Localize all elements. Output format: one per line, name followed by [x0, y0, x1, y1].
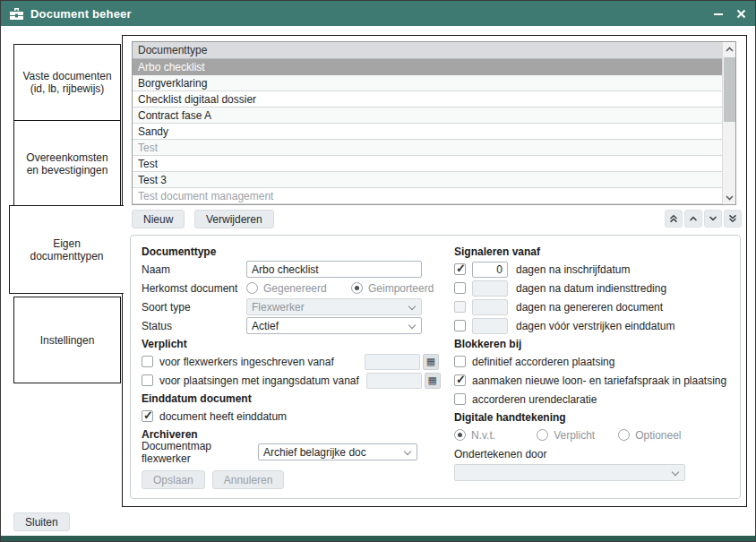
- documentmap-value: Archief belagrijke doc: [263, 446, 366, 459]
- ondertekenen-label-row: Ondertekenen door: [454, 444, 734, 463]
- list-scrollbar[interactable]: [722, 42, 735, 204]
- dagen-input[interactable]: [472, 280, 508, 297]
- tab-eigen-documenttypen[interactable]: Eigen documenttypen: [9, 205, 124, 294]
- einddatum-checkbox[interactable]: [142, 410, 153, 422]
- chevron-down-icon: [408, 322, 416, 329]
- dagen-input[interactable]: [472, 318, 508, 334]
- status-row: Status Actief: [142, 316, 439, 335]
- verplicht-plaatsingen-row: voor plaatsingen met ingangsdatum vanaf …: [142, 371, 439, 390]
- blokkeren-checkbox[interactable]: [454, 393, 466, 405]
- blokkeren-checkbox[interactable]: [454, 374, 466, 386]
- dagen-input[interactable]: [472, 262, 508, 278]
- tab-overeenkomsten[interactable]: Overeenkomsten en bevestigingen: [13, 120, 121, 208]
- document-beheer-window: Document beheer Vaste documenten (id, lb…: [0, 0, 756, 542]
- list-item[interactable]: Test 3: [133, 172, 735, 188]
- documenttype-list: Documenttype Arbo checklist Borgverklari…: [132, 41, 736, 205]
- handtekening-option-verplicht[interactable]: Verplicht: [537, 429, 595, 442]
- tab-label: Vaste documenten (id, lb, rijbewijs): [20, 70, 115, 95]
- signaleren-checkbox[interactable]: [454, 320, 466, 331]
- move-down-button[interactable]: [704, 210, 722, 228]
- tab-label: Overeenkomsten en bevestigingen: [20, 151, 115, 176]
- blokkeren-checkbox[interactable]: [454, 356, 466, 367]
- list-item[interactable]: Sandy: [133, 124, 735, 140]
- herkomst-option-gegenereerd[interactable]: Gegenereerd: [246, 282, 339, 295]
- cancel-button[interactable]: Annuleren: [212, 470, 285, 489]
- scroll-down-icon[interactable]: [723, 191, 736, 204]
- documentmap-row: Documentmap flexwerker Archief belagrijk…: [142, 443, 439, 461]
- tab-instellingen[interactable]: Instellingen: [13, 297, 121, 383]
- list-item[interactable]: Borgverklaring: [133, 75, 735, 91]
- tab-label: Eigen documenttypen: [15, 237, 118, 262]
- row-label: dagen vóór verstrijken einddatum: [516, 320, 674, 332]
- double-chevron-down-icon: [728, 214, 737, 223]
- blokkeren-plaatsing-row: definitief accorderen plaatsing: [454, 352, 734, 371]
- radio-gegenereerd[interactable]: [246, 282, 258, 294]
- checkbox-label: definitief accorderen plaatsing: [472, 356, 614, 368]
- checkbox-label: aanmaken nieuwe loon- en tariefafspraak …: [472, 374, 726, 387]
- double-chevron-up-icon: [669, 214, 678, 223]
- calendar-picker-button[interactable]: ▦: [423, 354, 439, 370]
- naam-input[interactable]: [246, 261, 422, 278]
- radio-nvt[interactable]: [454, 429, 466, 441]
- radio-geimporteerd[interactable]: [351, 282, 363, 294]
- section-handtekening: Digitale handtekening: [454, 409, 734, 426]
- calendar-icon: ▦: [426, 356, 435, 367]
- list-item[interactable]: Test: [133, 140, 735, 156]
- section-signaleren: Signaleren vanaf: [454, 243, 734, 260]
- list-item[interactable]: Test: [133, 156, 735, 172]
- calendar-picker-button[interactable]: ▦: [425, 373, 441, 389]
- naam-row: Naam: [142, 260, 439, 279]
- list-item[interactable]: Arbo checklist: [133, 59, 735, 75]
- signaleren-checkbox[interactable]: [454, 301, 466, 313]
- radio-optioneel[interactable]: [618, 429, 630, 441]
- documentmap-label: Documentmap flexwerker: [142, 440, 258, 465]
- signaleren-checkbox[interactable]: [454, 282, 466, 294]
- radio-label: N.v.t.: [471, 429, 495, 442]
- plaatsingen-date-input[interactable]: [366, 373, 422, 389]
- scrollbar-thumb[interactable]: [724, 57, 735, 122]
- list-item[interactable]: Contract fase A: [133, 108, 735, 124]
- move-top-button[interactable]: [665, 210, 683, 228]
- verplicht-plaatsingen-checkbox[interactable]: [142, 374, 153, 386]
- status-select[interactable]: Actief: [246, 317, 422, 334]
- section-documenttype: Documenttype: [142, 243, 439, 260]
- list-column-header[interactable]: Documenttype: [133, 42, 735, 59]
- naam-label: Naam: [142, 263, 246, 276]
- section-blokkeren: Blokkeren bij: [454, 335, 734, 352]
- status-label: Status: [142, 320, 246, 332]
- save-button[interactable]: Opslaan: [142, 470, 205, 489]
- dagen-input[interactable]: [472, 299, 508, 315]
- status-value: Actief: [252, 320, 279, 332]
- close-dialog-button[interactable]: Sluiten: [13, 512, 70, 531]
- row-label: dagen na datum indiensttreding: [516, 282, 666, 295]
- handtekening-options-row: N.v.t. Verplicht Optioneel: [454, 426, 734, 444]
- new-button[interactable]: Nieuw: [132, 210, 185, 228]
- tab-vaste-documenten[interactable]: Vaste documenten (id, lb, rijbewijs): [13, 44, 121, 121]
- soort-type-label: Soort type: [142, 301, 246, 314]
- row-label: dagen na inschrijfdatum: [516, 263, 630, 276]
- move-bottom-button[interactable]: [724, 210, 742, 228]
- verplicht-flexwerkers-checkbox[interactable]: [142, 356, 153, 367]
- section-verplicht: Verplicht: [142, 335, 439, 352]
- list-item[interactable]: Checklist digitaal dossier: [133, 91, 735, 108]
- minimize-button[interactable]: [713, 8, 724, 19]
- soort-type-value: Flexwerker: [252, 301, 305, 314]
- verplicht-flexwerkers-row: voor flexwerkers ingeschreven vanaf ▦: [142, 352, 439, 371]
- herkomst-option-geimporteerd[interactable]: Geimporteerd: [351, 282, 434, 295]
- ondertekenen-label: Ondertekenen door: [454, 448, 546, 460]
- close-button[interactable]: [736, 9, 746, 19]
- handtekening-option-nvt[interactable]: N.v.t.: [454, 429, 495, 442]
- soort-type-select[interactable]: Flexwerker: [246, 298, 422, 315]
- documentmap-select[interactable]: Archief belagrijke doc: [258, 443, 417, 460]
- delete-button[interactable]: Verwijderen: [194, 210, 274, 228]
- move-up-button[interactable]: [684, 210, 702, 228]
- signaleren-checkbox[interactable]: [454, 263, 466, 275]
- radio-verplicht[interactable]: [537, 429, 548, 441]
- flexwerkers-date-input[interactable]: [365, 354, 420, 370]
- ondertekenen-select[interactable]: [454, 464, 685, 481]
- list-item[interactable]: Test document management: [133, 188, 735, 204]
- soort-type-row: Soort type Flexwerker: [142, 297, 439, 316]
- form-left-column: Documenttype Naam Herkomst document Gege…: [142, 243, 439, 489]
- handtekening-option-optioneel[interactable]: Optioneel: [618, 429, 681, 442]
- scroll-up-icon[interactable]: [723, 42, 736, 56]
